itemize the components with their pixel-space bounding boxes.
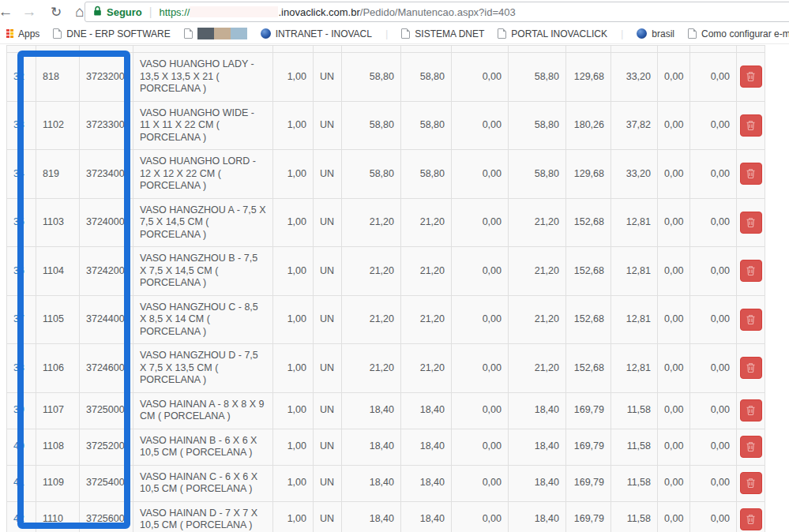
bookmark-item[interactable]: Como configurar e-m: [688, 28, 789, 39]
forward-icon[interactable]: →: [19, 0, 39, 24]
value-cell: 11,58: [611, 392, 658, 429]
row-number-link[interactable]: 42: [7, 501, 36, 532]
redacted-bookmark-label: [197, 28, 247, 39]
quantity-cell: 1,00: [273, 465, 314, 501]
bookmarks-bar: Apps DNE - ERP SOFTWAREINTRANET - INOVAC…: [0, 24, 789, 44]
description-cell: VASO HUANGHO LORD - 12 X 12 X 22 CM ( PO…: [133, 150, 273, 199]
row-number-link[interactable]: 39: [7, 392, 36, 429]
row-number-link[interactable]: 35: [7, 198, 36, 247]
description-cell: VASO HUANGHO WIDE - 11 X 11 X 22 CM ( PO…: [133, 101, 273, 150]
trash-icon: [746, 441, 756, 452]
row-number-link[interactable]: 32: [7, 53, 36, 102]
trash-icon: [746, 362, 756, 373]
order-items-table: 32 818 3723200 VASO HUANGHO LADY - 13,5 …: [6, 45, 765, 532]
value-cell: 0,00: [658, 247, 690, 296]
row-number-link[interactable]: 34: [7, 150, 36, 199]
order-table-body: 32 818 3723200 VASO HUANGHO LADY - 13,5 …: [7, 46, 765, 532]
unit-cell: UN: [314, 465, 342, 501]
value-cell: 0,00: [690, 465, 737, 501]
row-number-link[interactable]: 36: [7, 247, 36, 296]
value-cell: 21,20: [342, 344, 401, 393]
value-cell: 18,40: [342, 501, 401, 532]
quantity-cell: 1,00: [273, 53, 314, 102]
value-cell: 0,00: [690, 101, 737, 150]
delete-row-button[interactable]: [740, 66, 762, 88]
table-row: 40 1108 3725200 VASO HAINAN B - 6 X 6 X …: [7, 429, 765, 465]
browser-toolbar: ← → ↻ ⌂ Seguro | https:// .inovaclick.co…: [0, 0, 789, 24]
back-icon[interactable]: ←: [0, 0, 16, 24]
value-cell: 18,40: [342, 392, 401, 429]
value-cell: 58,80: [342, 53, 401, 102]
delete-row-button[interactable]: [740, 472, 762, 494]
quantity-cell: 1,00: [273, 295, 314, 344]
address-bar[interactable]: Seguro | https:// .inovaclick.com.br /Pe…: [85, 2, 789, 22]
value-cell: 0,00: [658, 501, 690, 532]
value-cell: 0,00: [452, 295, 509, 344]
value-cell: 0,00: [690, 150, 737, 199]
apps-shortcut[interactable]: Apps: [6, 28, 39, 39]
value-cell: 18,40: [509, 429, 566, 465]
bookmark-item[interactable]: brasil: [637, 28, 674, 39]
row-number-link[interactable]: 40: [7, 429, 36, 465]
row-number-link[interactable]: 33: [7, 101, 36, 150]
value-cell: 33,20: [611, 150, 658, 199]
quantity-cell: 1,00: [273, 150, 314, 199]
quantity-cell: 1,00: [273, 392, 314, 429]
value-cell: 18,40: [509, 465, 566, 501]
reload-icon[interactable]: ↻: [46, 0, 66, 24]
trash-icon: [746, 71, 756, 82]
product-code-cell: 3725200: [80, 429, 133, 465]
table-row: 38 1106 3724600 VASO HANGZHOU D - 7,5 X …: [7, 344, 765, 393]
unit-cell: UN: [314, 295, 342, 344]
value-cell: 58,80: [401, 53, 452, 102]
value-cell: 0,00: [452, 101, 509, 150]
actions-cell: [737, 198, 765, 247]
value-cell: 0,00: [658, 392, 690, 429]
row-number-link[interactable]: 37: [7, 295, 36, 344]
value-cell: 180,26: [566, 101, 611, 150]
value-cell: 18,40: [401, 429, 452, 465]
description-cell: VASO HAINAN D - 7 X 7 X 10,5 CM ( PORCEL…: [133, 501, 273, 532]
row-number-link[interactable]: 38: [7, 344, 36, 393]
bookmark-item[interactable]: [184, 28, 247, 39]
value-cell: 18,40: [509, 392, 566, 429]
value-cell: 0,00: [452, 429, 509, 465]
value-cell: 21,20: [401, 198, 452, 247]
actions-cell: [737, 501, 765, 532]
product-code-cell: 3724000: [80, 198, 133, 247]
bookmark-item[interactable]: SISTEMA DNET: [401, 28, 484, 39]
delete-row-button[interactable]: [740, 309, 762, 331]
delete-row-button[interactable]: [740, 436, 762, 458]
unit-cell: UN: [314, 101, 342, 150]
bookmark-separator: |: [385, 28, 388, 39]
delete-row-button[interactable]: [740, 357, 762, 379]
value-cell: 18,40: [401, 392, 452, 429]
table-row: 33 1102 3723300 VASO HUANGHO WIDE - 11 X…: [7, 101, 765, 150]
value-cell: 169,79: [566, 465, 611, 501]
quantity-cell: 1,00: [273, 101, 314, 150]
value-cell: 18,40: [401, 465, 452, 501]
item-code-cell: 1104: [36, 247, 80, 296]
value-cell: 21,20: [401, 344, 452, 393]
row-number-link[interactable]: 41: [7, 465, 36, 501]
unit-cell: UN: [314, 247, 342, 296]
delete-row-button[interactable]: [740, 399, 762, 421]
description-cell: VASO HANGZHOU D - 7,5 X 7,5 X 13,5 CM ( …: [133, 344, 273, 393]
bookmark-item[interactable]: DNE - ERP SOFTWARE: [53, 28, 170, 39]
value-cell: 12,81: [611, 295, 658, 344]
quantity-cell: 1,00: [273, 198, 314, 247]
delete-row-button[interactable]: [740, 260, 762, 282]
delete-row-button[interactable]: [740, 508, 762, 530]
bookmark-item[interactable]: INTRANET - INOVACL: [261, 28, 372, 39]
delete-row-button[interactable]: [740, 163, 762, 185]
delete-row-button[interactable]: [740, 212, 762, 234]
item-code-cell: 1102: [36, 101, 80, 150]
value-cell: 0,00: [452, 247, 509, 296]
lock-icon: [93, 6, 102, 19]
trash-icon: [746, 168, 756, 179]
table-row: 42 1110 3725600 VASO HAINAN D - 7 X 7 X …: [7, 501, 765, 532]
bookmark-item[interactable]: PORTAL INOVACLICK: [498, 28, 607, 39]
delete-row-button[interactable]: [740, 114, 762, 137]
value-cell: 0,00: [690, 198, 737, 247]
table-row: 32 818 3723200 VASO HUANGHO LADY - 13,5 …: [7, 53, 765, 102]
